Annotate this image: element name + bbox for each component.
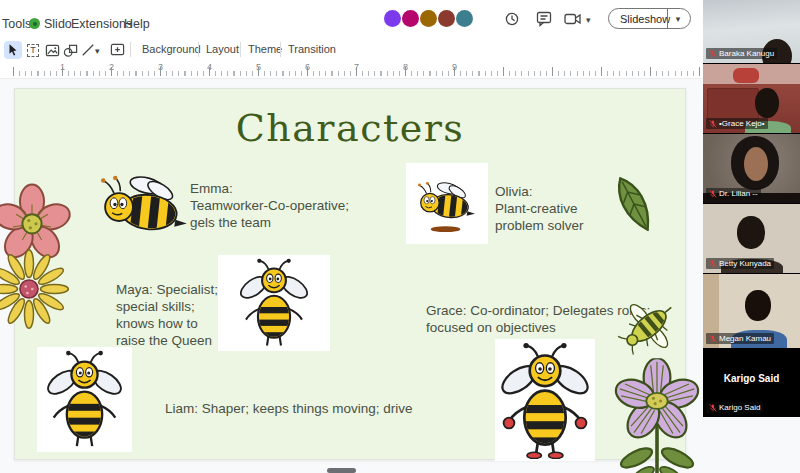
muted-mic-icon	[709, 50, 717, 58]
yellow-flower-image[interactable]	[0, 246, 70, 332]
participant-name-label: Karigo Said	[706, 402, 763, 413]
slides-toolbar: T ▾ Background Layout Theme Transition	[0, 38, 800, 62]
muted-mic-icon	[709, 260, 717, 268]
video-call-sidebar: Baraka Kanugu •Grace Kejo• Dr. Lilian --	[703, 0, 800, 417]
participant-silhouette	[745, 290, 771, 321]
maya-line2: special skills;	[116, 298, 218, 315]
olivia-name: Olivia:	[495, 183, 584, 200]
liam-bee-image[interactable]	[37, 347, 132, 452]
meet-camera-icon[interactable]	[564, 11, 580, 27]
liam-line1: Liam: Shaper; keeps things moving; drive	[165, 400, 413, 417]
slides-menubar: Tools Slido Extensions Help ▾ Slideshow	[0, 0, 800, 38]
version-history-icon[interactable]	[504, 11, 520, 27]
collaborator-avatar[interactable]	[456, 10, 473, 27]
video-tile-grace[interactable]: •Grace Kejo•	[703, 63, 800, 133]
insert-shape-button[interactable]	[61, 41, 79, 59]
line-caret-icon[interactable]: ▾	[95, 46, 100, 56]
olivia-line2: problem solver	[495, 217, 584, 234]
theme-button[interactable]: Theme	[248, 43, 282, 55]
participant-silhouette	[737, 216, 765, 249]
muted-mic-icon	[709, 190, 717, 198]
text-box-icon: T	[27, 44, 40, 57]
menu-tools[interactable]: Tools	[2, 17, 31, 31]
dancing-bee-image[interactable]	[495, 339, 595, 461]
emma-text[interactable]: Emma: Teamworker-Co-operative; gels the …	[190, 180, 349, 231]
slido-icon	[29, 18, 40, 29]
muted-mic-icon	[709, 335, 717, 343]
liam-text[interactable]: Liam: Shaper; keeps things moving; drive	[165, 400, 413, 417]
slideshow-caret-icon[interactable]: ▾	[668, 14, 688, 24]
participant-name-text: •Grace Kejo•	[719, 119, 765, 128]
select-tool-button[interactable]	[4, 41, 22, 59]
horizontal-scrollbar[interactable]	[327, 468, 356, 473]
menu-help[interactable]: Help	[124, 17, 150, 31]
text-box-tool-button[interactable]: T	[24, 41, 42, 59]
participant-name-text: Megan Kamau	[719, 334, 771, 343]
video-tile-megan[interactable]: Megan Kamau	[703, 273, 800, 348]
insert-comment-button[interactable]	[108, 41, 126, 59]
toolbar-separator	[240, 42, 241, 57]
toolbar-separator	[130, 42, 131, 57]
participant-name-label: Dr. Lilian --	[706, 188, 761, 199]
collaborator-avatar[interactable]	[402, 10, 419, 27]
emma-name: Emma:	[190, 180, 349, 197]
video-tile-karigo[interactable]: Karigo Said Karigo Said	[703, 348, 800, 417]
screen: Tools Slido Extensions Help ▾ Slideshow	[0, 0, 800, 473]
menu-slido[interactable]: Slido	[44, 17, 72, 31]
olivia-text[interactable]: Olivia: Plant-creative problem solver	[495, 183, 584, 234]
horizontal-ruler: 1 2 3 4 5 6 7 8 9	[0, 62, 800, 79]
background-cabinet	[707, 88, 759, 120]
maya-text[interactable]: Maya: Specialist; special skills; knows …	[116, 281, 218, 349]
participant-name-label: •Grace Kejo•	[706, 118, 768, 129]
emma-line2: gels the team	[190, 214, 349, 231]
transition-button[interactable]: Transition	[288, 43, 336, 55]
participant-name-text: Dr. Lilian --	[719, 189, 758, 198]
maya-line1: Maya: Specialist;	[116, 281, 218, 298]
muted-mic-icon	[709, 120, 717, 128]
participant-name-text: Betty Kunyada	[719, 259, 771, 268]
green-bee-image[interactable]	[612, 289, 687, 364]
maya-bee-image[interactable]	[218, 255, 330, 351]
collaborator-avatar[interactable]	[384, 10, 401, 27]
collaborator-avatar[interactable]	[438, 10, 455, 27]
comments-icon[interactable]	[536, 11, 552, 27]
participant-name-text: Karigo Said	[719, 403, 760, 412]
participant-name-label: Megan Kamau	[706, 333, 774, 344]
layout-button[interactable]: Layout	[206, 43, 239, 55]
emma-line1: Teamworker-Co-operative;	[190, 197, 349, 214]
toolbar-separator	[198, 42, 199, 57]
emma-bee-image[interactable]	[95, 172, 190, 237]
video-tile-betty[interactable]: Betty Kunyada	[703, 203, 800, 273]
video-tile-lilian[interactable]: Dr. Lilian --	[703, 133, 800, 203]
toolbar-separator	[280, 42, 281, 57]
slideshow-button[interactable]: Slideshow ▾	[608, 8, 691, 29]
slide-canvas: Characters Emma: Teamworker-Co-operative…	[0, 79, 800, 473]
background-button[interactable]: Background	[142, 43, 201, 55]
purple-flower-image[interactable]	[608, 358, 706, 473]
participant-name-label: Betty Kunyada	[706, 258, 774, 269]
olivia-bee-image[interactable]	[406, 163, 488, 244]
menu-extensions[interactable]: Extensions	[71, 17, 132, 31]
insert-image-button[interactable]	[43, 41, 61, 59]
olivia-line1: Plant-creative	[495, 200, 584, 217]
participant-name-text: Baraka Kanugu	[719, 49, 774, 58]
muted-mic-icon	[709, 404, 717, 412]
participant-name-label: Baraka Kanugu	[706, 48, 777, 59]
camera-caret-icon[interactable]: ▾	[586, 15, 591, 25]
maya-line3: knows how to	[116, 315, 218, 332]
collaborator-avatar[interactable]	[420, 10, 437, 27]
slide-title[interactable]: Characters	[15, 106, 685, 150]
video-tile-baraka[interactable]: Baraka Kanugu	[703, 0, 800, 63]
slideshow-label: Slideshow	[609, 13, 667, 25]
background-backpack	[733, 68, 759, 83]
ruler-major-ticks	[13, 67, 800, 76]
participant-silhouette	[755, 88, 779, 118]
participant-display-name: Karigo Said	[703, 373, 800, 384]
participant-face	[744, 147, 768, 181]
